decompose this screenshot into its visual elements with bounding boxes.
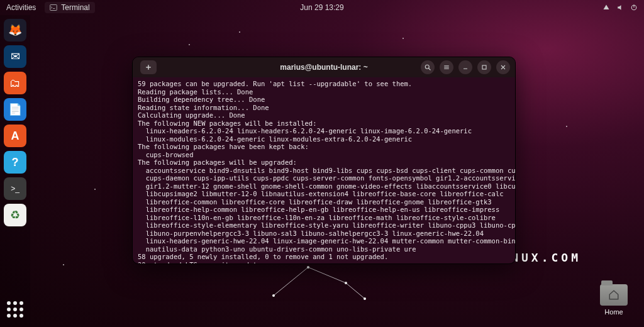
search-button[interactable] [421, 60, 435, 74]
maximize-icon [480, 64, 488, 71]
search-icon [424, 64, 431, 71]
terminal-window: marius@ubuntu-lunar: ~ 59 packages can b… [132, 57, 516, 264]
svg-point-2 [345, 282, 347, 284]
svg-rect-10 [482, 65, 486, 69]
terminal-output[interactable]: 59 packages can be upgraded. Run 'apt li… [133, 77, 515, 263]
svg-point-0 [272, 294, 275, 297]
svg-point-1 [307, 266, 309, 269]
dock-trash[interactable]: ♻ [4, 204, 26, 226]
desktop-home-label: Home [597, 308, 630, 316]
topbar-clock[interactable]: Jun 29 13:29 [300, 3, 343, 12]
dock-help[interactable]: ? [4, 151, 26, 174]
desktop-home-folder[interactable]: Home [597, 284, 630, 316]
show-applications-button[interactable] [4, 298, 26, 321]
activities-button[interactable]: Activities [6, 3, 36, 12]
svg-line-8 [429, 69, 431, 70]
minimize-icon [462, 64, 469, 71]
dock-thunderbird[interactable]: ✉ [4, 45, 26, 68]
topbar-app-label: Terminal [61, 3, 89, 12]
close-button[interactable] [496, 60, 510, 74]
home-icon [608, 289, 619, 301]
power-icon [630, 4, 638, 11]
hamburger-icon [443, 64, 450, 71]
volume-icon [616, 4, 624, 11]
minimize-button[interactable] [458, 60, 472, 74]
close-icon [499, 64, 507, 71]
menu-button[interactable] [440, 60, 453, 74]
dock-files[interactable]: 🗂 [4, 72, 26, 94]
gnome-topbar: Activities Terminal Jun 29 13:29 [0, 0, 644, 15]
svg-point-7 [425, 65, 429, 69]
terminal-titlebar[interactable]: marius@ubuntu-lunar: ~ [133, 57, 515, 77]
dock-firefox[interactable]: 🦊 [4, 19, 26, 42]
topbar-app-indicator[interactable]: Terminal [45, 2, 94, 13]
dock-software[interactable]: A [4, 125, 26, 147]
topbar-system-menu[interactable] [602, 4, 638, 11]
svg-rect-4 [50, 5, 57, 11]
svg-point-3 [364, 297, 366, 300]
new-tab-button[interactable] [140, 60, 157, 74]
network-icon [602, 4, 610, 11]
terminal-icon [50, 4, 57, 11]
dock-terminal[interactable]: >_ [4, 177, 26, 200]
dock: 🦊 ✉ 🗂 📄 A ? >_ ♻ [0, 15, 30, 327]
maximize-button[interactable] [477, 60, 491, 74]
terminal-title: marius@ubuntu-lunar: ~ [280, 63, 367, 72]
dock-writer[interactable]: 📄 [4, 98, 26, 121]
